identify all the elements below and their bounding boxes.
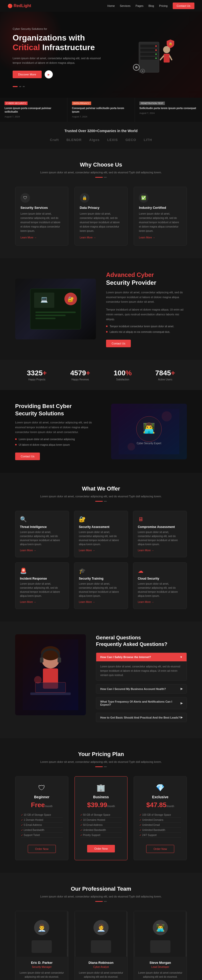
prov-text-2: Ut labore et dolore magna aliqua lorem i… — [19, 443, 70, 447]
svg-point-15 — [135, 66, 137, 68]
contact-button[interactable]: Contact Us — [173, 3, 194, 9]
faq-item-4: How to Get Basic Should And Practical An… — [96, 713, 187, 722]
why-card-2: 🔒 Data Privacy Lorem ipsum dolor sit ame… — [74, 187, 128, 245]
faq-question-3[interactable]: What Type Frequency Of Alerts and Notifi… — [96, 697, 186, 709]
advanced-image-inner: 💻 🔐 — [15, 278, 96, 339]
feature-3-2: Unlimited Domains — [139, 818, 181, 822]
navbar: 🔴 RedLight Home Services Pages Blog Pric… — [0, 0, 202, 12]
offer-title-6: Cloud Security — [138, 577, 182, 581]
learn-more-3[interactable]: Learn More → — [139, 236, 155, 239]
faq-section: General QuestionsFrequently Asked Questi… — [0, 622, 202, 738]
order-button-exclusive[interactable]: Order Now — [146, 845, 174, 853]
team-card-2: 👩‍💼 Diana Robinson Cyber Analyst Lorem i… — [74, 911, 128, 980]
plan-icon-beginner: 🛡 — [21, 784, 63, 792]
svg-rect-21 — [35, 312, 76, 313]
feature-1-3: 5 Email Address — [21, 822, 63, 827]
team-title: Our Professional Team — [15, 886, 187, 892]
faq-question-2[interactable]: How Can I Secured My Business Account He… — [96, 684, 186, 693]
nav-services[interactable]: Services — [120, 4, 131, 7]
stat-label-4: Active Users — [155, 378, 175, 381]
offer-desc-1: Lorem ipsum dolor sit amet, consectetur … — [20, 530, 64, 546]
svg-rect-39 — [35, 682, 66, 692]
faq-svg — [23, 640, 78, 710]
discover-button[interactable]: Discover More — [13, 71, 42, 78]
feature-2-1: 50 GB of Storage Space — [80, 813, 122, 818]
offer-line-secondary — [104, 501, 107, 502]
stat-label-2: Happy Reviews — [70, 378, 90, 381]
order-button-beginner[interactable]: Order Now — [28, 845, 56, 853]
offer-link-1[interactable]: Learn More → — [20, 549, 36, 552]
hero-title-line3: Infrastructure — [42, 43, 95, 52]
hero-title: Organizations with Critical Infrastructu… — [13, 33, 109, 52]
faq-chevron-2: ▶ — [180, 687, 183, 690]
offer-cards: 🔍 Threat Intelligence Lorem ipsum dolor … — [15, 511, 187, 609]
dot-2[interactable] — [19, 86, 21, 87]
offer-title-5: Security Training — [79, 577, 123, 581]
hero-subtitle: Cyber Security Solutions for — [13, 27, 109, 30]
stat-label-1: Happy Projects — [27, 378, 47, 381]
feature-2-3: 50 Email Address — [80, 822, 122, 827]
recent-label-1: CYBER SECURITY — [5, 102, 27, 105]
offer-link-3[interactable]: Learn More → — [138, 549, 154, 552]
plan-icon-business: 🏢 — [80, 784, 122, 792]
providing-title: Providing Best Cyber Security Solutions — [15, 402, 101, 417]
offer-header: What We Offer Lorem ipsum dolor sit amet… — [15, 485, 187, 502]
pricing-divider — [15, 766, 187, 767]
svg-point-8 — [155, 57, 157, 59]
logo-lith: LITH — [144, 138, 152, 142]
offer-link-4[interactable]: Learn More → — [20, 601, 36, 603]
offer-link-6[interactable]: Learn More → — [138, 601, 154, 603]
section-divider — [15, 177, 187, 178]
faq-question-1[interactable]: How Can I Safely Browse the Internet? ▼ — [96, 653, 186, 661]
nav-home[interactable]: Home — [107, 4, 115, 7]
play-button[interactable]: ▶ — [45, 70, 53, 78]
svg-point-5 — [155, 45, 157, 47]
offer-link-2[interactable]: Learn More → — [79, 549, 95, 552]
learn-more-1[interactable]: Learn More → — [21, 236, 36, 239]
advanced-image: 💻 🔐 — [15, 278, 96, 339]
nav-pages[interactable]: Pages — [136, 4, 144, 7]
advanced-list-item-1: Tempor incididunt consectetur lorem ipsu… — [106, 325, 187, 329]
pricing-title: Your Pricing Plan — [15, 751, 187, 757]
svg-rect-4 — [140, 57, 158, 60]
card-title-1: Security Services — [21, 206, 63, 210]
advanced-contact-button[interactable]: Contact Us — [106, 340, 131, 347]
why-us-title: Why Choose Us — [15, 161, 187, 168]
faq-question-4[interactable]: How to Get Basic Should And Practical An… — [96, 713, 186, 722]
offer-card-3: 🖥 Compromise Assessment Lorem ipsum dolo… — [133, 511, 187, 557]
dot-1[interactable] — [13, 86, 18, 87]
advanced-svg: 💻 🔐 — [28, 286, 83, 332]
providing-contact-button[interactable]: Contact Us — [15, 453, 40, 460]
svg-text:👨‍💼: 👨‍💼 — [37, 924, 46, 932]
nav-blog[interactable]: Blog — [148, 4, 154, 7]
feature-1-4: Limited Bandwidth — [21, 827, 63, 833]
team-role-2: Cyber Analyst — [79, 966, 123, 968]
why-us-cards: 🛡 Security Services Lorem ipsum dolor si… — [15, 187, 187, 245]
nav-pricing[interactable]: Pricing — [159, 4, 168, 7]
dot-3[interactable] — [23, 86, 25, 87]
offer-icon-1: 🔍 — [20, 516, 64, 523]
trusted-section: Trusted Over 3200+Companies in the World… — [0, 122, 202, 149]
feature-1-2: 1 Domain Hosted — [21, 818, 63, 822]
card-icon-2: 🔒 — [80, 193, 89, 203]
feature-3-5: 24/7 Support — [139, 833, 181, 838]
providing-list-1: Lorem ipsum dolor sit amet consectetur a… — [15, 438, 101, 441]
pricing-desc: Lorem ipsum dolor sit amet, consectetur … — [38, 760, 164, 764]
card-title-2: Data Privacy — [80, 206, 123, 210]
logos-row: Craft BLENDR Algos LEXIS GECO LITH — [10, 138, 192, 142]
why-us-section: Why Choose Us Lorem ipsum dolor sit amet… — [0, 149, 202, 258]
faq-title: General QuestionsFrequently Asked Questi… — [96, 634, 187, 648]
feature-3-4: Unlimited Bandwidth — [139, 827, 181, 833]
why-card-3: ✅ Industry Certified Lorem ipsum dolor s… — [134, 187, 187, 245]
offer-icon-4: 🚨 — [20, 568, 64, 574]
recent-date-1: August 7, 2024 — [5, 115, 20, 118]
offer-link-5[interactable]: Learn More → — [79, 601, 95, 603]
order-button-business[interactable]: Order Now — [87, 845, 115, 853]
hero-svg: 🔒 — [119, 32, 184, 83]
svg-point-31 — [128, 443, 135, 450]
learn-more-2[interactable]: Learn More → — [80, 236, 96, 239]
offer-title: What We Offer — [15, 485, 187, 492]
svg-point-7 — [155, 53, 157, 55]
faq-chevron-1: ▼ — [180, 655, 183, 659]
card-desc-1: Lorem ipsum dolor sit amet, consectetur … — [21, 212, 63, 233]
